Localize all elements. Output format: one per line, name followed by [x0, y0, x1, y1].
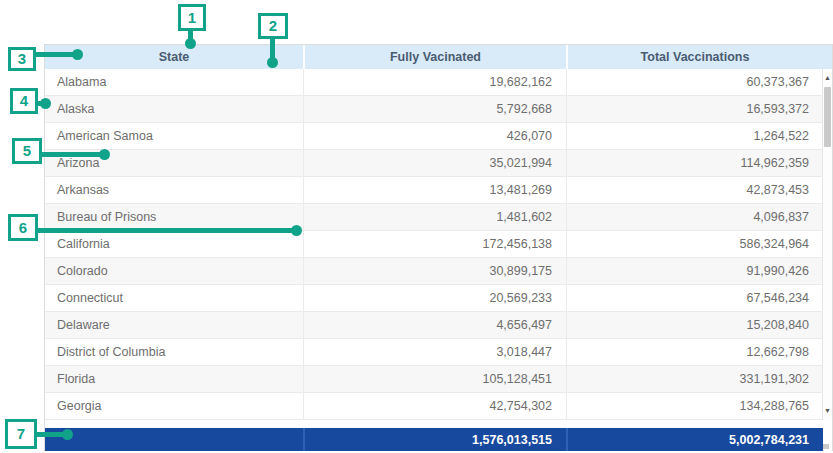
table-row[interactable]: American Samoa426,0701,264,522	[45, 123, 823, 150]
table-row[interactable]: Colorado30,899,17591,990,426	[45, 258, 823, 285]
table-row[interactable]: District of Columbia3,018,44712,662,798	[45, 339, 823, 366]
column-header-fully-vacinated[interactable]: Fully Vacinated	[303, 45, 566, 69]
fully-vacinated-cell: 35,021,994	[303, 150, 566, 176]
callout-1-label: 1	[178, 4, 206, 31]
fully-vacinated-cell: 19,682,162	[303, 69, 566, 95]
state-cell: California	[45, 231, 303, 257]
state-cell: Bureau of Prisons	[45, 204, 303, 230]
table-row[interactable]: California172,456,138586,324,964	[45, 231, 823, 258]
state-cell: Alaska	[45, 96, 303, 122]
table-body: Alabama19,682,16260,373,367Alaska5,792,6…	[45, 69, 823, 420]
totals-state-cell	[45, 428, 303, 451]
fully-vacinated-cell: 20,569,233	[303, 285, 566, 311]
state-cell: Florida	[45, 366, 303, 392]
vertical-scrollbar[interactable]: ▲ ▼	[822, 69, 832, 420]
total-vaccinations-cell: 12,662,798	[566, 339, 823, 365]
total-vaccinations-cell: 15,208,840	[566, 312, 823, 338]
state-cell: Alabama	[45, 69, 303, 95]
callout-3-label: 3	[8, 47, 36, 71]
state-cell: District of Columbia	[45, 339, 303, 365]
vaccination-table: State Fully Vacinated Total Vaccinations…	[44, 44, 833, 451]
callout-5-line	[40, 152, 102, 157]
totals-row: 1,576,013,515 5,002,784,231	[45, 428, 823, 451]
state-cell: Colorado	[45, 258, 303, 284]
table-gap	[45, 420, 832, 428]
total-vaccinations-cell: 60,373,367	[566, 69, 823, 95]
column-header-state[interactable]: State	[45, 45, 303, 69]
fully-vacinated-cell: 1,481,602	[303, 204, 566, 230]
table-row[interactable]: Bureau of Prisons1,481,6024,096,837	[45, 204, 823, 231]
total-vaccinations-cell: 114,962,359	[566, 150, 823, 176]
totals-total-vaccinations: 5,002,784,231	[566, 428, 823, 451]
total-vaccinations-cell: 331,191,302	[566, 366, 823, 392]
table-row[interactable]: Alaska5,792,66816,593,372	[45, 96, 823, 123]
callout-3-dot	[72, 49, 83, 60]
callout-4-dot	[40, 98, 51, 109]
total-vaccinations-cell: 1,264,522	[566, 123, 823, 149]
callout-5-label: 5	[12, 138, 42, 164]
total-vaccinations-cell: 134,288,765	[566, 393, 823, 419]
callout-6-dot	[291, 225, 302, 236]
fully-vacinated-cell: 3,018,447	[303, 339, 566, 365]
state-cell: Georgia	[45, 393, 303, 419]
state-cell: Arkansas	[45, 177, 303, 203]
callout-2-label: 2	[258, 13, 288, 39]
table-row[interactable]: Arizona35,021,994114,962,359	[45, 150, 823, 177]
callout-1-dot	[185, 38, 196, 49]
scroll-up-icon[interactable]: ▲	[823, 71, 832, 85]
table-header-row: State Fully Vacinated Total Vaccinations	[45, 45, 832, 69]
table-row[interactable]: Arkansas13,481,26942,873,453	[45, 177, 823, 204]
total-vaccinations-cell: 16,593,372	[566, 96, 823, 122]
table-row[interactable]: Delaware4,656,49715,208,840	[45, 312, 823, 339]
table-row[interactable]: Alabama19,682,16260,373,367	[45, 69, 823, 96]
total-vaccinations-cell: 91,990,426	[566, 258, 823, 284]
callout-7-label: 7	[5, 419, 37, 449]
screenshot-root: State Fully Vacinated Total Vaccinations…	[0, 0, 833, 453]
table-row[interactable]: Connecticut20,569,23367,546,234	[45, 285, 823, 312]
fully-vacinated-cell: 426,070	[303, 123, 566, 149]
total-vaccinations-cell: 42,873,453	[566, 177, 823, 203]
callout-3-line	[34, 52, 76, 57]
fully-vacinated-cell: 4,656,497	[303, 312, 566, 338]
callout-6-line	[36, 228, 293, 233]
state-cell: Delaware	[45, 312, 303, 338]
total-vaccinations-cell: 4,096,837	[566, 204, 823, 230]
scroll-down-icon[interactable]: ▼	[823, 404, 832, 418]
state-cell: American Samoa	[45, 123, 303, 149]
total-vaccinations-cell: 586,324,964	[566, 231, 823, 257]
fully-vacinated-cell: 30,899,175	[303, 258, 566, 284]
callout-2-dot	[267, 57, 278, 68]
total-vaccinations-cell: 67,546,234	[566, 285, 823, 311]
fully-vacinated-cell: 172,456,138	[303, 231, 566, 257]
callout-5-dot	[99, 149, 110, 160]
fully-vacinated-cell: 105,128,451	[303, 366, 566, 392]
fully-vacinated-cell: 13,481,269	[303, 177, 566, 203]
column-header-total-vaccinations[interactable]: Total Vaccinations	[566, 45, 822, 69]
scrollbar-corner	[823, 444, 829, 449]
callout-6-label: 6	[8, 214, 38, 241]
table-row[interactable]: Florida105,128,451331,191,302	[45, 366, 823, 393]
fully-vacinated-cell: 42,754,302	[303, 393, 566, 419]
callout-7-dot	[62, 429, 73, 440]
callout-7-line	[35, 432, 65, 437]
state-cell: Connecticut	[45, 285, 303, 311]
scrollbar-thumb[interactable]	[824, 87, 831, 147]
fully-vacinated-cell: 5,792,668	[303, 96, 566, 122]
totals-fully-vacinated: 1,576,013,515	[303, 428, 566, 451]
table-row[interactable]: Georgia42,754,302134,288,765	[45, 393, 823, 420]
callout-4-label: 4	[10, 88, 38, 114]
